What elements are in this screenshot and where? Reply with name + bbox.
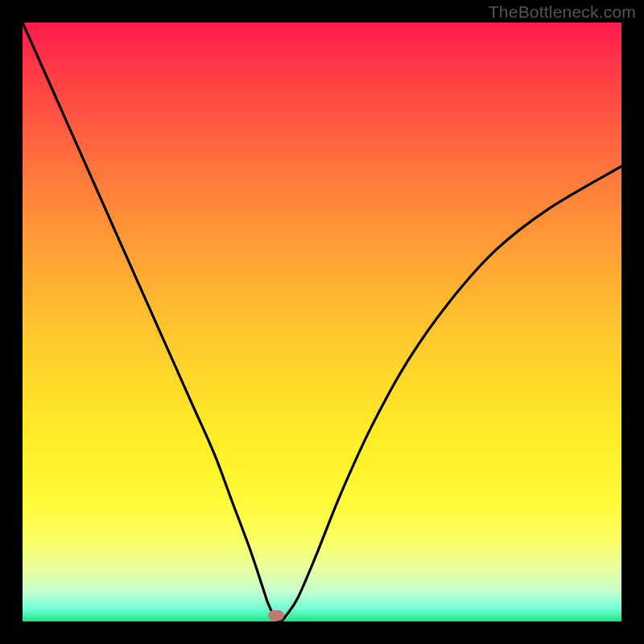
chart-frame: TheBottleneck.com [0, 0, 644, 644]
bottleneck-curve [23, 23, 621, 621]
watermark-text: TheBottleneck.com [489, 2, 636, 22]
minimum-marker [268, 610, 284, 621]
